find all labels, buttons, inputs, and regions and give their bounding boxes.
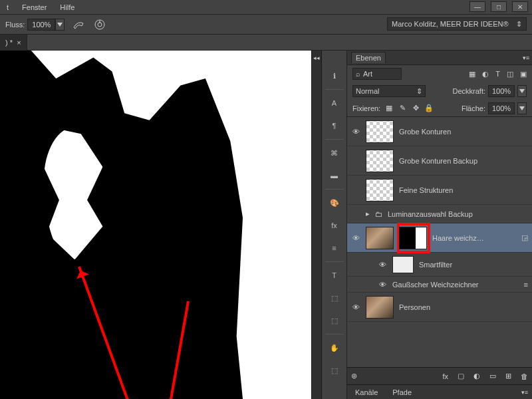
- layers-panel: Ebenen ▾≡ ⌕ Art ▦ ◐ T ◫ ▣ Normal ⇕ Deckk…: [347, 51, 532, 399]
- group-icon[interactable]: ▭: [489, 372, 496, 380]
- layer-mask-thumbnail[interactable]: [399, 227, 427, 249]
- layer-row[interactable]: 👁 Haare weichz… ◲: [347, 223, 532, 253]
- panel-menu-icon[interactable]: ▾≡: [521, 389, 528, 396]
- layer-thumbnail[interactable]: [366, 120, 394, 143]
- play-icon[interactable]: ▬: [325, 166, 344, 185]
- filter-name[interactable]: Gaußscher Weichzeichner: [392, 281, 519, 289]
- smart-object-icon: ◲: [521, 233, 528, 242]
- blend-options-icon[interactable]: ≡: [524, 281, 528, 289]
- chevron-updown-icon: ⇕: [416, 87, 422, 96]
- workspace-selector[interactable]: Marco Kolditz, MEER DER IDEEN® ⇕: [387, 17, 527, 31]
- lock-all-icon[interactable]: 🔒: [424, 104, 434, 113]
- layer-group-row[interactable]: ▸ 🗀 Luminanzauswahl Backup: [347, 205, 532, 223]
- layer-name[interactable]: Haare weichz…: [432, 234, 516, 242]
- canvas-image: [0, 51, 311, 399]
- hand-icon[interactable]: ✋: [325, 338, 344, 357]
- layer-name[interactable]: Grobe Konturen Backup: [399, 157, 528, 165]
- minimize-button[interactable]: —: [469, 1, 485, 12]
- layer-thumbnail[interactable]: [366, 227, 394, 249]
- menu-item-window[interactable]: Fenster: [22, 3, 47, 11]
- styles-icon[interactable]: fx: [325, 216, 344, 235]
- tool-icon[interactable]: ⬚: [325, 361, 344, 380]
- type-icon[interactable]: T: [325, 266, 344, 285]
- color-icon[interactable]: 🎨: [325, 194, 344, 212]
- fx-icon[interactable]: fx: [442, 372, 448, 380]
- panel-tab-layers[interactable]: Ebenen: [351, 52, 386, 63]
- document-tab-bar: ) * ×: [0, 35, 532, 51]
- collapsed-panel-column: ℹ A ¶ ⌘ ▬ 🎨 fx ≡ T ⬚ ⬚ ✋ ⬚: [322, 51, 347, 399]
- fill-dropdown[interactable]: [517, 102, 527, 114]
- fill-label: Fläche:: [462, 104, 485, 112]
- menu-bar: t Fenster Hilfe — □ ✕: [0, 0, 532, 15]
- filter-smart-icon[interactable]: ▣: [520, 70, 527, 78]
- filter-type-icon[interactable]: T: [495, 70, 500, 78]
- layer-name[interactable]: Luminanzauswahl Backup: [388, 210, 528, 218]
- layer-row[interactable]: Feine Strukturen: [347, 176, 532, 205]
- trash-icon[interactable]: 🗑: [521, 372, 528, 380]
- filter-shape-icon[interactable]: ◫: [507, 70, 513, 78]
- blend-mode-label: Normal: [356, 87, 379, 95]
- collapse-icon[interactable]: ◂◂: [312, 55, 321, 61]
- tool-icon[interactable]: ⬚: [325, 289, 344, 307]
- adjustment-icon[interactable]: ◐: [473, 372, 480, 380]
- menu-item-t[interactable]: t: [7, 3, 9, 11]
- lock-pixels-icon[interactable]: ✎: [398, 104, 407, 113]
- swatches-icon[interactable]: ⌘: [325, 144, 344, 162]
- flow-dropdown[interactable]: [55, 19, 65, 31]
- visibility-icon[interactable]: 👁: [378, 281, 387, 289]
- smartfilter-row[interactable]: 👁 Smartfilter: [347, 253, 532, 277]
- maximize-button[interactable]: □: [491, 1, 507, 12]
- canvas[interactable]: [0, 51, 311, 399]
- close-button[interactable]: ✕: [512, 1, 528, 12]
- layer-name[interactable]: Personen: [399, 303, 528, 311]
- lock-transparency-icon[interactable]: ▦: [384, 104, 394, 113]
- panel-expand-strip[interactable]: ◂◂: [311, 51, 322, 399]
- document-tab[interactable]: ) * ×: [0, 35, 27, 51]
- layer-name[interactable]: Feine Strukturen: [399, 186, 528, 194]
- disclosure-triangle-icon[interactable]: ▸: [366, 209, 370, 218]
- filter-mask-thumbnail[interactable]: [392, 256, 414, 273]
- mask-icon[interactable]: ▢: [458, 372, 464, 380]
- layer-row[interactable]: 👁 Grobe Konturen: [347, 117, 532, 146]
- document-tab-close[interactable]: ×: [17, 39, 21, 47]
- visibility-icon[interactable]: 👁: [351, 234, 360, 242]
- lock-position-icon[interactable]: ✥: [411, 104, 420, 113]
- layer-row[interactable]: 👁 Personen: [347, 293, 532, 322]
- layer-list: 👁 Grobe Konturen Grobe Konturen Backup F…: [347, 117, 532, 367]
- tool-icon[interactable]: ⬚: [325, 311, 344, 330]
- pressure-icon[interactable]: [92, 18, 107, 31]
- layer-name[interactable]: Grobe Konturen: [399, 128, 528, 136]
- layer-filter-select[interactable]: ⌕ Art: [352, 68, 402, 80]
- flow-value[interactable]: 100%: [27, 19, 55, 31]
- layer-name[interactable]: Smartfilter: [419, 261, 528, 269]
- visibility-icon[interactable]: 👁: [378, 261, 387, 269]
- visibility-icon[interactable]: 👁: [351, 303, 360, 311]
- blend-mode-select[interactable]: Normal ⇕: [352, 85, 426, 97]
- panel-tab-channels[interactable]: Kanäle: [351, 387, 382, 398]
- airbrush-icon[interactable]: [71, 18, 86, 31]
- layer-thumbnail[interactable]: [366, 296, 394, 319]
- fill-value[interactable]: 100%: [488, 102, 515, 114]
- link-layers-icon[interactable]: ⊛: [351, 372, 357, 380]
- adjustments-icon[interactable]: ≡: [325, 239, 344, 257]
- visibility-icon[interactable]: 👁: [351, 128, 360, 136]
- layer-thumbnail[interactable]: [366, 179, 394, 201]
- flow-label: Fluss:: [5, 21, 25, 29]
- folder-icon: 🗀: [375, 210, 382, 218]
- filter-adjust-icon[interactable]: ◐: [482, 70, 489, 78]
- info-icon[interactable]: ℹ: [325, 66, 344, 85]
- workspace-label: Marco Kolditz, MEER DER IDEEN®: [392, 20, 509, 28]
- character-icon[interactable]: A: [325, 94, 344, 112]
- filter-effect-row[interactable]: 👁 Gaußscher Weichzeichner ≡: [347, 277, 532, 293]
- layer-row[interactable]: Grobe Konturen Backup: [347, 146, 532, 176]
- new-layer-icon[interactable]: ⊞: [505, 372, 511, 380]
- opacity-value[interactable]: 100%: [488, 85, 515, 97]
- panel-tab-paths[interactable]: Pfade: [388, 387, 416, 398]
- layer-thumbnail[interactable]: [366, 150, 394, 172]
- opacity-label: Deckkraft:: [452, 87, 485, 95]
- panel-menu-icon[interactable]: ▾≡: [523, 55, 529, 61]
- menu-item-help[interactable]: Hilfe: [60, 3, 74, 11]
- opacity-dropdown[interactable]: [517, 85, 527, 97]
- filter-pixel-icon[interactable]: ▦: [469, 70, 475, 78]
- paragraph-icon[interactable]: ¶: [325, 116, 344, 135]
